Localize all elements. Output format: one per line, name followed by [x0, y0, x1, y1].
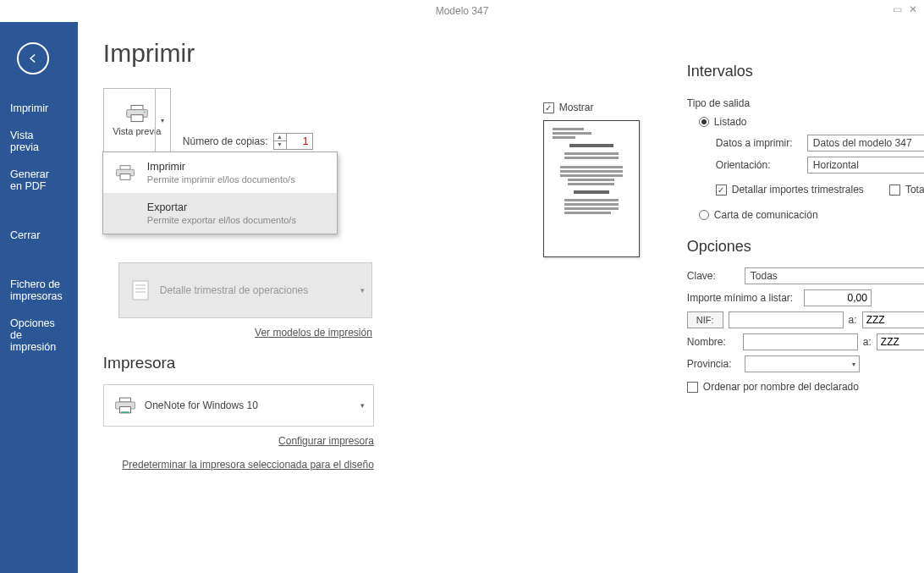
svg-rect-0	[131, 105, 143, 109]
sidebar-item-imprimir[interactable]: Imprimir	[0, 95, 78, 122]
ordenar-checkbox[interactable]	[687, 382, 698, 393]
dropdown-item-imprimir[interactable]: Imprimir Permite imprimir el/los documen…	[103, 152, 337, 193]
ordenar-label: Ordenar por nombre del declarado	[703, 381, 859, 393]
printer-icon	[114, 396, 136, 415]
dropdown-item-exportar[interactable]: Exportar Permite exportar el/los documen…	[103, 193, 337, 234]
vista-previa-button[interactable]: Vista previa ▾	[103, 88, 171, 152]
detallar-checkbox[interactable]: ✓	[716, 185, 727, 196]
svg-rect-4	[120, 166, 130, 170]
clave-label: Clave:	[687, 270, 738, 282]
dd-imprimir-title: Imprimir	[147, 161, 295, 173]
detalle-label: Detalle trimestral de operaciones	[160, 284, 308, 296]
printer-select[interactable]: OneNote for Windows 10 ▾	[103, 384, 374, 427]
orientacion-select[interactable]: Horizontal▾	[807, 157, 924, 174]
sidebar-item-opciones-impresion[interactable]: Opciones de impresión	[0, 310, 78, 361]
a-label-1: a:	[849, 314, 857, 326]
close-icon[interactable]: ✕	[909, 3, 917, 15]
nif-to-input[interactable]	[862, 311, 924, 328]
sidebar: Imprimir Vista previa Generar en PDF Cer…	[0, 22, 78, 573]
sidebar-item-fichero-impresoras[interactable]: Fichero de impresoras	[0, 271, 78, 310]
nombre-to-input[interactable]	[877, 333, 924, 350]
spinner-down[interactable]: ▼	[274, 141, 286, 149]
sidebar-item-generar-pdf[interactable]: Generar en PDF	[0, 161, 78, 200]
title-bar: Modelo 347 ▭ ✕	[0, 0, 924, 22]
dd-exportar-sub: Permite exportar el/los documento/s	[147, 215, 296, 225]
listado-label: Listado	[714, 116, 747, 128]
sidebar-item-vista-previa[interactable]: Vista previa	[0, 122, 78, 161]
dd-exportar-title: Exportar	[147, 201, 296, 213]
totalizar-label: Totalizar registros	[905, 184, 924, 196]
copies-input[interactable]	[287, 135, 312, 147]
radio-listado[interactable]: Listado	[699, 116, 924, 128]
copies-spinner[interactable]: ▲ ▼	[273, 133, 313, 150]
orientacion-label: Orientación:	[716, 159, 800, 171]
intervalos-heading: Intervalos	[687, 63, 924, 80]
provincia-label: Provincia:	[687, 358, 738, 370]
impresora-heading: Impresora	[103, 354, 509, 372]
radio-icon	[699, 117, 709, 127]
clave-select[interactable]: Todas▾	[745, 267, 924, 284]
config-impresora-link[interactable]: Configurar impresora	[278, 435, 374, 447]
vista-previa-caret[interactable]: ▾	[155, 89, 170, 152]
detallar-label: Detallar importes trimestrales	[732, 184, 864, 196]
mostrar-label: Mostrar	[559, 102, 594, 113]
importe-label: Importe mínimo a listar:	[687, 292, 797, 304]
radio-carta[interactable]: Carta de comunicación	[699, 209, 924, 221]
sidebar-item-cerrar[interactable]: Cerrar	[0, 222, 78, 249]
radio-icon	[699, 210, 709, 220]
svg-point-3	[144, 111, 146, 113]
svg-rect-7	[133, 281, 148, 300]
page-heading: Imprimir	[103, 39, 509, 68]
vista-previa-dropdown: Imprimir Permite imprimir el/los documen…	[102, 152, 338, 234]
dd-imprimir-sub: Permite imprimir el/los documento/s	[147, 174, 295, 185]
document-icon	[131, 279, 150, 301]
detalle-dropdown[interactable]: Detalle trimestral de operaciones ▾	[118, 262, 372, 318]
svg-rect-2	[131, 115, 143, 122]
a-label-2: a:	[863, 336, 872, 348]
svg-rect-6	[120, 174, 130, 180]
printer-name: OneNote for Windows 10	[145, 399, 258, 411]
datos-imprimir-label: Datos a imprimir:	[716, 137, 800, 149]
back-button[interactable]	[17, 42, 49, 74]
carta-label: Carta de comunicación	[714, 209, 818, 221]
tipo-salida-label: Tipo de salida	[687, 97, 924, 109]
spinner-up[interactable]: ▲	[274, 134, 286, 141]
provincia-select[interactable]: ▾	[745, 355, 860, 372]
importe-input[interactable]	[804, 289, 872, 306]
printer-icon	[115, 164, 135, 181]
printer-icon	[125, 104, 149, 123]
nif-button[interactable]: NIF:	[687, 311, 723, 328]
datos-imprimir-select[interactable]: Datos del modelo 347▾	[807, 135, 924, 152]
svg-rect-14	[121, 411, 129, 413]
mostrar-checkbox[interactable]: ✓	[543, 102, 554, 113]
nombre-from-input[interactable]	[743, 333, 858, 350]
predeterminar-link[interactable]: Predeterminar la impresora seleccionada …	[122, 459, 374, 471]
page-preview-thumbnail[interactable]	[543, 120, 640, 257]
totalizar-checkbox[interactable]	[889, 185, 900, 196]
opciones-heading: Opciones	[687, 238, 924, 256]
svg-rect-11	[119, 398, 130, 402]
nif-from-input[interactable]	[729, 311, 844, 328]
ver-modelos-link[interactable]: Ver modelos de impresión	[255, 327, 372, 339]
nombre-label: Nombre:	[687, 336, 738, 348]
minimize-icon[interactable]: ▭	[893, 3, 902, 15]
window-title: Modelo 347	[436, 5, 489, 17]
copies-label: Número de copias:	[183, 135, 268, 147]
